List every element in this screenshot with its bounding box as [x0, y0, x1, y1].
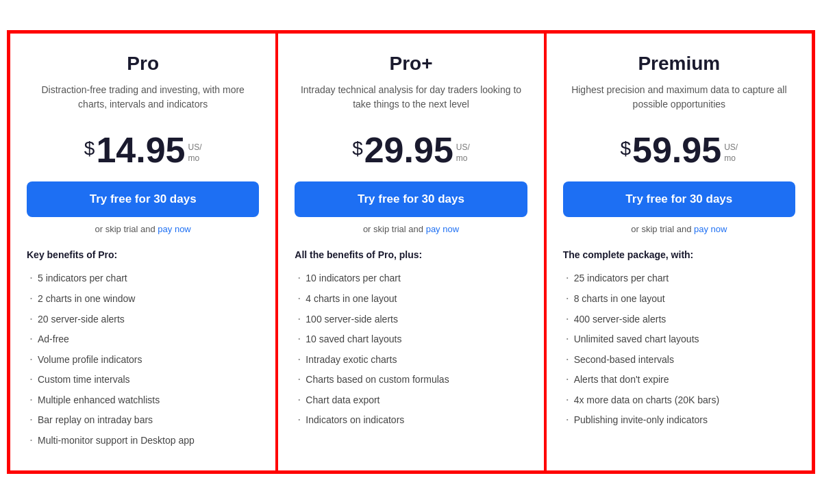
price-row-proplus: $ 29.95 US/mo [295, 132, 527, 168]
benefit-item: 2 charts in one window [27, 289, 259, 310]
plan-name-premium: Premium [563, 53, 795, 75]
plan-card-pro: Pro Distraction-free trading and investi… [9, 32, 277, 471]
price-currency-proplus: $ [352, 138, 363, 160]
benefit-item: Alerts that don't expire [563, 370, 795, 390]
price-row-pro: $ 14.95 US/mo [27, 132, 259, 168]
price-currency-pro: $ [84, 138, 95, 160]
skip-trial-premium: or skip trial and pay now [563, 224, 795, 234]
benefit-item: 10 indicators per chart [295, 268, 527, 289]
benefit-item: Chart data export [295, 390, 527, 411]
benefit-item: Second-based intervals [563, 350, 795, 370]
pay-now-link-premium[interactable]: pay now [694, 224, 727, 234]
price-period-pro: US/mo [188, 142, 202, 164]
benefit-item: Indicators on indicators [295, 410, 527, 431]
benefit-item: 4 charts in one layout [295, 289, 527, 310]
benefits-list-premium: 25 indicators per chart8 charts in one l… [563, 268, 795, 431]
plan-name-pro: Pro [27, 53, 259, 75]
benefits-title-proplus: All the benefits of Pro, plus: [295, 249, 527, 260]
benefit-item: Publishing invite-only indicators [563, 410, 795, 431]
pay-now-link-proplus[interactable]: pay now [426, 224, 459, 234]
skip-trial-pro: or skip trial and pay now [27, 224, 259, 234]
cta-button-pro[interactable]: Try free for 30 days [27, 181, 259, 217]
plan-card-proplus: Pro+ Intraday technical analysis for day… [277, 32, 545, 471]
price-period-proplus: US/mo [456, 142, 470, 164]
benefit-item: Custom time intervals [27, 370, 259, 390]
plan-description-proplus: Intraday technical analysis for day trad… [295, 83, 527, 118]
benefit-item: Bar replay on intraday bars [27, 410, 259, 431]
benefit-item: 10 saved chart layouts [295, 329, 527, 350]
pay-now-link-pro[interactable]: pay now [158, 224, 190, 234]
price-row-premium: $ 59.95 US/mo [563, 132, 795, 168]
benefit-item: Ad-free [27, 329, 259, 350]
benefits-title-pro: Key benefits of Pro: [27, 249, 259, 260]
price-period-premium: US/mo [724, 142, 738, 164]
skip-trial-proplus: or skip trial and pay now [295, 224, 527, 234]
benefit-item: 20 server-side alerts [27, 310, 259, 330]
benefit-item: 400 server-side alerts [563, 310, 795, 330]
benefit-item: Multiple enhanced watchlists [27, 390, 259, 411]
benefit-item: Volume profile indicators [27, 350, 259, 370]
price-amount-pro: 14.95 [96, 132, 185, 168]
benefit-item: Multi-monitor support in Desktop app [27, 431, 259, 451]
plan-card-premium: Premium Highest precision and maximum da… [545, 32, 813, 471]
benefit-item: Unlimited saved chart layouts [563, 329, 795, 350]
benefits-title-premium: The complete package, with: [563, 249, 795, 260]
benefit-item: Charts based on custom formulas [295, 370, 527, 390]
benefit-item: 100 server-side alerts [295, 310, 527, 330]
price-amount-proplus: 29.95 [364, 132, 453, 168]
price-currency-premium: $ [620, 138, 631, 160]
plan-name-proplus: Pro+ [295, 53, 527, 75]
cta-button-premium[interactable]: Try free for 30 days [563, 181, 795, 217]
benefits-list-pro: 5 indicators per chart2 charts in one wi… [27, 268, 259, 451]
benefits-list-proplus: 10 indicators per chart4 charts in one l… [295, 268, 527, 431]
price-amount-premium: 59.95 [632, 132, 721, 168]
benefit-item: 25 indicators per chart [563, 268, 795, 289]
plan-description-premium: Highest precision and maximum data to ca… [563, 83, 795, 118]
cta-button-proplus[interactable]: Try free for 30 days [295, 181, 527, 217]
benefit-item: 8 charts in one layout [563, 289, 795, 310]
benefit-item: 5 indicators per chart [27, 268, 259, 289]
benefit-item: 4x more data on charts (20K bars) [563, 390, 795, 411]
plan-description-pro: Distraction-free trading and investing, … [27, 83, 259, 118]
benefit-item: Intraday exotic charts [295, 350, 527, 370]
pricing-grid: Pro Distraction-free trading and investi… [7, 30, 815, 473]
